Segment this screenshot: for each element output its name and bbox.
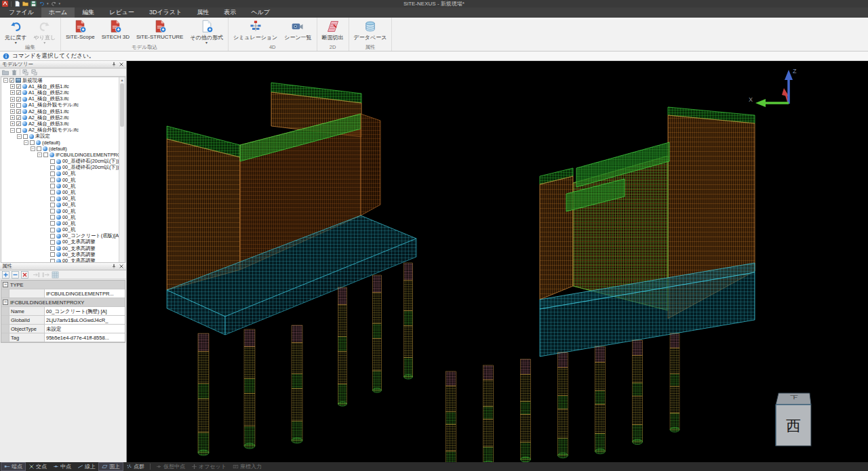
tree-expander[interactable]: + (10, 121, 15, 126)
ribbon-button-SiTE-STRUCTURE[interactable]: SiTE-STRUCTURE (133, 18, 186, 44)
tree-item[interactable]: +00_基礎砕石(20cm以(下))[C] (1, 165, 119, 171)
quick-undo-dropdown[interactable]: ▾ (47, 2, 49, 5)
tree-expander[interactable]: − (3, 78, 8, 83)
tree-checkbox[interactable] (50, 159, 55, 164)
tree-checkbox[interactable]: ✓ (9, 78, 14, 83)
tree-checkbox[interactable] (50, 259, 55, 262)
property-group-expander[interactable]: − (3, 282, 8, 287)
property-group-expander[interactable]: − (3, 300, 8, 305)
tree-item[interactable]: −(default) (1, 140, 119, 146)
expand-all-button[interactable] (22, 69, 29, 76)
tree-item[interactable]: +00_支承高調整 (1, 245, 119, 251)
remove-property-button[interactable] (12, 271, 19, 279)
chevron-down-icon[interactable]: ▾ (43, 41, 45, 45)
tree-checkbox[interactable]: ✓ (16, 121, 21, 126)
tree-checkbox[interactable] (30, 140, 35, 145)
tree-expander[interactable]: − (31, 146, 35, 151)
tree-expander[interactable]: + (10, 90, 15, 95)
menu-tab-属性[interactable]: 属性 (189, 7, 216, 18)
tree-checkbox[interactable] (50, 178, 55, 182)
tree-expander[interactable]: + (10, 109, 15, 114)
tree-checkbox[interactable] (50, 215, 55, 220)
tree-checkbox[interactable] (50, 184, 55, 188)
tree-checkbox[interactable] (50, 240, 55, 245)
save-button[interactable] (31, 1, 37, 7)
new-file-button[interactable] (14, 1, 20, 7)
tree-item[interactable]: +00_杭 (1, 208, 119, 214)
tree-item[interactable]: +00_杭 (1, 214, 119, 220)
tree-expander[interactable]: + (10, 103, 15, 108)
tree-checkbox[interactable]: ✓ (16, 109, 21, 114)
tree-expander[interactable]: − (10, 128, 15, 133)
tree-checkbox[interactable] (16, 128, 21, 133)
tree-item[interactable]: −未設定 (1, 134, 119, 140)
property-value[interactable]: 00_コンクリート(胸壁) [A] (45, 307, 125, 315)
import-properties-button[interactable] (33, 271, 40, 279)
tree-checkbox[interactable] (50, 234, 55, 239)
tree-checkbox[interactable] (50, 171, 55, 176)
tree-checkbox[interactable]: ✓ (16, 84, 21, 89)
quick-undo-button[interactable] (39, 1, 45, 7)
tree-item[interactable]: +00_支承高調整 (1, 251, 119, 258)
menu-tab-ファイル[interactable]: ファイル (1, 7, 41, 18)
tree-checkbox[interactable] (50, 221, 55, 226)
ribbon-button-SiTECH 3D[interactable]: SiTECH 3D (98, 18, 133, 44)
ribbon-button-断面切出[interactable]: 断面切出 (319, 18, 347, 44)
menu-tab-表示[interactable]: 表示 (216, 7, 243, 18)
tree-expander[interactable]: − (17, 134, 22, 139)
wireframe-models[interactable] (167, 83, 755, 462)
add-property-button[interactable] (2, 271, 9, 279)
tree-checkbox[interactable] (50, 203, 55, 207)
tree-checkbox[interactable] (50, 252, 55, 257)
tree-item[interactable]: +00_杭 (1, 220, 119, 226)
menu-tab-3Dイラスト[interactable]: 3Dイラスト (142, 7, 189, 18)
tree-item[interactable]: +00_杭 (1, 189, 119, 195)
export-properties-button[interactable] (42, 271, 50, 279)
tree-expander[interactable]: − (37, 152, 42, 157)
ribbon-button-シミュレーション[interactable]: シミュレーション (230, 18, 281, 44)
ribbon-button-シーン一覧[interactable]: シーン一覧 (281, 18, 315, 44)
tree-expander[interactable]: + (10, 115, 15, 120)
tree-expander[interactable]: + (10, 84, 15, 89)
tree-item[interactable]: +00_杭 (1, 177, 119, 183)
tree-item[interactable]: +00_杭 (1, 196, 119, 202)
group-folder-button[interactable] (2, 69, 9, 76)
tree-checkbox[interactable]: ✓ (16, 115, 21, 120)
snap-toggle-座標入力[interactable]: 座標入力 (230, 463, 264, 470)
tree-checkbox[interactable] (16, 103, 21, 108)
delete-property-button[interactable] (21, 271, 28, 279)
property-value[interactable]: 2LjU7artv1$uLOGwdJ4cR_ (45, 316, 125, 324)
property-value[interactable]: IFCBUILDINGELEMENTPR... (45, 289, 125, 298)
tree-item[interactable]: +00_コンクリート(底版)[A] (1, 233, 119, 239)
tree-item[interactable]: +00_杭 (1, 202, 119, 208)
scrollbar-thumb[interactable] (120, 83, 124, 127)
snap-toggle-点群[interactable]: 点群 (123, 463, 147, 470)
ribbon-button-データベース[interactable]: データベース (351, 18, 391, 44)
quick-redo-dropdown[interactable]: ▾ (59, 2, 61, 5)
menu-tab-ホーム[interactable]: ホーム (41, 7, 75, 18)
quick-redo-button[interactable] (51, 1, 57, 7)
tree-item[interactable]: +00_杭 (1, 171, 119, 177)
ribbon-button-やり直し[interactable]: やり直し▾ (30, 18, 59, 44)
close-icon[interactable] (119, 264, 124, 269)
tree-checkbox[interactable] (50, 190, 55, 194)
tree-checkbox[interactable]: ✓ (16, 97, 21, 102)
tree-checkbox[interactable] (50, 197, 55, 201)
viewport-canvas[interactable]: Z X 西 上 (127, 61, 868, 462)
menu-tab-レビュー[interactable]: レビュー (102, 7, 142, 18)
open-file-button[interactable] (22, 1, 28, 7)
ribbon-button-その他の形式[interactable]: その他の形式▾ (186, 18, 226, 44)
snap-toggle-オフセット[interactable]: オフセット (189, 463, 229, 470)
menu-tab-編集[interactable]: 編集 (75, 7, 102, 18)
tree-item[interactable]: +00_支承高調整 (1, 239, 119, 245)
tree-checkbox[interactable] (50, 228, 55, 232)
tree-expander[interactable]: − (24, 140, 28, 145)
pin-icon[interactable] (111, 264, 117, 269)
ribbon-button-元に戻す[interactable]: 元に戻す▾ (1, 18, 30, 44)
tree-checkbox[interactable] (43, 152, 48, 157)
tree-item[interactable]: +00_支承高調整 (1, 258, 119, 262)
tree-scrollbar[interactable]: ▲ (119, 77, 125, 262)
ribbon-button-SiTE-Scope[interactable]: SiTE-Scope (62, 18, 98, 44)
snap-toggle-交点[interactable]: 交点 (26, 463, 50, 470)
snap-toggle-端点[interactable]: 端点 (1, 463, 25, 470)
